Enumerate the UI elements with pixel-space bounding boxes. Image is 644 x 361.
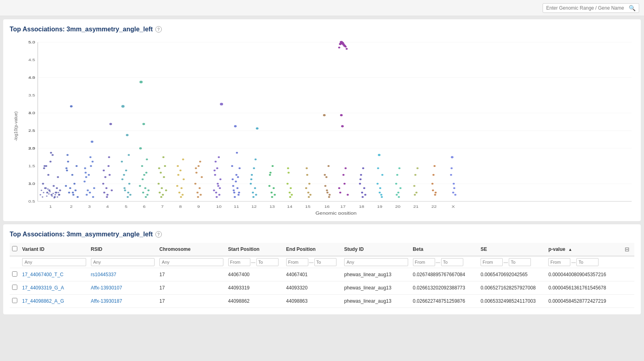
svg-point-94 xyxy=(128,183,130,185)
table-export-button[interactable]: ⊟ xyxy=(625,246,630,252)
filter-study-id[interactable] xyxy=(342,256,411,268)
cell-variant-id[interactable]: 17_44093319_G_A xyxy=(20,281,89,295)
svg-point-128 xyxy=(180,170,182,171)
svg-point-29 xyxy=(46,192,48,193)
filter-variant-id[interactable] xyxy=(20,256,89,268)
select-all-checkbox[interactable] xyxy=(12,246,17,251)
filter-chromosome[interactable] xyxy=(157,256,226,268)
svg-point-96 xyxy=(121,178,123,180)
end-from-input[interactable] xyxy=(286,258,308,266)
search-box[interactable]: 🔍 xyxy=(543,3,639,13)
chromosome-filter-input[interactable] xyxy=(159,258,223,266)
filter-end-position[interactable]: — xyxy=(284,256,342,268)
cell-pvalue: 0.00004400809045357216 xyxy=(546,268,622,281)
svg-point-207 xyxy=(324,185,326,187)
svg-point-75 xyxy=(102,183,104,185)
svg-point-203 xyxy=(310,194,312,195)
table-row: 17_44093319_G_A Affx-13930107 17 4409331… xyxy=(10,281,634,295)
chart-help-icon[interactable]: ? xyxy=(155,26,162,33)
svg-text:2.5: 2.5 xyxy=(29,128,35,133)
row-checkbox-cell[interactable] xyxy=(10,295,20,308)
svg-point-103 xyxy=(142,192,144,193)
svg-point-174 xyxy=(250,183,252,185)
svg-point-111 xyxy=(145,196,147,198)
svg-point-227 xyxy=(345,167,347,169)
variant-id-filter-input[interactable] xyxy=(22,258,86,266)
svg-point-156 xyxy=(215,161,217,162)
svg-point-142 xyxy=(195,167,197,169)
pvalue-from-input[interactable] xyxy=(548,258,570,266)
svg-text:10: 10 xyxy=(216,204,221,209)
svg-point-181 xyxy=(250,178,252,180)
filter-pvalue[interactable]: — xyxy=(546,256,622,268)
table-help-icon[interactable]: ? xyxy=(155,231,162,238)
variant-id-link-2[interactable]: 17_44098862_A_G xyxy=(22,298,64,304)
study-id-filter-input[interactable] xyxy=(344,258,408,266)
svg-point-112 xyxy=(142,123,145,125)
pvalue-to-input[interactable] xyxy=(576,258,599,266)
svg-point-92 xyxy=(126,134,129,136)
svg-point-236 xyxy=(364,194,366,195)
beta-to-input[interactable] xyxy=(441,258,463,266)
se-range-sep: — xyxy=(504,260,508,265)
filter-beta[interactable]: — xyxy=(411,256,478,268)
svg-point-233 xyxy=(361,192,363,193)
svg-text:Genomic position: Genomic position xyxy=(316,211,357,215)
svg-point-67 xyxy=(90,165,92,167)
svg-text:19: 19 xyxy=(377,204,382,209)
svg-text:16: 16 xyxy=(324,204,330,209)
variant-id-link-1[interactable]: 17_44093319_G_A xyxy=(22,285,64,291)
svg-point-76 xyxy=(103,192,105,193)
cell-rsid[interactable]: Affx-13930187 xyxy=(89,295,157,308)
cell-rsid[interactable]: rs10445337 xyxy=(89,268,157,281)
select-all-header[interactable] xyxy=(10,243,20,256)
col-header-rsid: RSID xyxy=(89,243,157,256)
svg-point-198 xyxy=(289,196,291,198)
variant-id-link-0[interactable]: 17_44067400_T_C xyxy=(22,272,64,277)
row-checkbox-cell[interactable] xyxy=(10,268,20,281)
col-header-pvalue[interactable]: p-value ▲ xyxy=(546,243,622,256)
beta-from-input[interactable] xyxy=(413,258,435,266)
svg-point-89 xyxy=(123,174,125,176)
row-checkbox-2[interactable] xyxy=(12,298,17,303)
rsid-filter-input[interactable] xyxy=(91,258,155,266)
rsid-link-2[interactable]: Affx-13930187 xyxy=(91,298,122,304)
cell-end-position: 44098863 xyxy=(284,295,342,308)
se-to-input[interactable] xyxy=(509,258,531,266)
svg-point-168 xyxy=(234,196,236,198)
filter-se[interactable]: — xyxy=(478,256,546,268)
svg-point-199 xyxy=(305,187,307,189)
svg-point-116 xyxy=(160,172,162,173)
svg-point-206 xyxy=(323,114,326,117)
cell-variant-id[interactable]: 17_44067400_T_C xyxy=(20,268,89,281)
row-checkbox-1[interactable] xyxy=(12,285,17,290)
svg-point-230 xyxy=(347,194,349,195)
svg-text:17: 17 xyxy=(340,204,345,209)
se-from-input[interactable] xyxy=(481,258,503,266)
cell-rsid[interactable]: Affx-13930107 xyxy=(89,281,157,295)
svg-point-137 xyxy=(196,192,198,193)
row-checkbox-0[interactable] xyxy=(12,271,17,277)
filter-rsid[interactable] xyxy=(89,256,157,268)
start-from-input[interactable] xyxy=(228,258,250,266)
svg-point-95 xyxy=(129,194,131,195)
rsid-link-1[interactable]: Affx-13930107 xyxy=(91,285,122,291)
svg-point-127 xyxy=(178,192,180,193)
cell-chromosome: 17 xyxy=(157,268,226,281)
svg-point-161 xyxy=(233,192,235,193)
svg-text:13: 13 xyxy=(269,204,275,209)
col-header-study-id: Study ID xyxy=(342,243,411,256)
cell-beta: 0.026613202092388773 xyxy=(411,281,478,295)
svg-point-259 xyxy=(431,183,433,185)
rsid-link-0[interactable]: rs10445337 xyxy=(91,272,116,277)
svg-point-278 xyxy=(48,193,50,195)
filter-start-position[interactable]: — xyxy=(226,256,284,268)
svg-point-258 xyxy=(414,194,416,195)
start-to-input[interactable] xyxy=(256,258,279,266)
svg-point-85 xyxy=(106,196,108,198)
cell-variant-id[interactable]: 17_44098862_A_G xyxy=(20,295,89,308)
end-to-input[interactable] xyxy=(314,258,336,266)
row-checkbox-cell[interactable] xyxy=(10,281,20,295)
search-input[interactable] xyxy=(546,5,629,11)
svg-point-269 xyxy=(454,194,456,195)
